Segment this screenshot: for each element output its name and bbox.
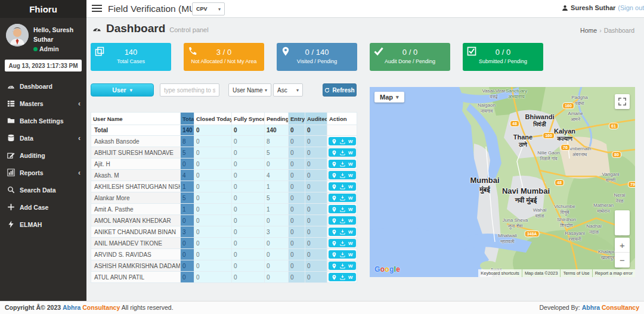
map-pin-button[interactable] <box>332 252 337 257</box>
map-control-placeholder[interactable] <box>615 210 630 235</box>
whatsapp-button[interactable]: W <box>348 263 353 269</box>
download-button[interactable] <box>340 263 345 269</box>
whatsapp-button[interactable]: W <box>348 161 353 167</box>
user-name-cell: ARVIND S. RAVIDAS <box>91 249 181 260</box>
module-select[interactable]: CPV ▾ <box>192 2 225 15</box>
map-pin-button[interactable] <box>332 184 337 189</box>
signout-link[interactable]: (Sign out) <box>618 4 644 11</box>
chevron-left-icon: ‹ <box>78 134 80 142</box>
whatsapp-button[interactable]: W <box>348 139 353 144</box>
download-button[interactable] <box>340 161 345 167</box>
row-action-buttons[interactable]: W <box>329 250 356 259</box>
map-pin-button[interactable] <box>332 139 337 144</box>
download-button[interactable] <box>340 218 345 223</box>
whatsapp-button[interactable]: W <box>348 275 353 280</box>
map-attribution-item[interactable]: Report a map error <box>593 269 635 277</box>
row-action-buttons[interactable]: W <box>329 148 356 157</box>
google-logo[interactable]: Google <box>374 265 400 273</box>
map-attribution-item[interactable]: Terms of Use <box>561 269 592 277</box>
sidebar-user-panel: Hello, Suresh Suthar Admin <box>0 18 86 56</box>
whatsapp-button[interactable]: W <box>348 173 353 178</box>
row-action-buttons[interactable]: W <box>329 137 356 145</box>
zoom-in-button[interactable]: + <box>615 238 630 253</box>
row-action-buttons[interactable]: W <box>329 216 356 225</box>
map-canvas[interactable] <box>370 87 635 277</box>
whatsapp-button[interactable]: W <box>348 252 353 257</box>
download-button[interactable] <box>340 241 345 246</box>
row-action-buttons[interactable]: W <box>329 239 356 247</box>
map-pin-button[interactable] <box>332 229 337 235</box>
download-button[interactable] <box>340 207 345 212</box>
search-input[interactable] <box>160 83 219 97</box>
sidebar-item-auditing[interactable]: Auditing <box>0 147 86 164</box>
download-button[interactable] <box>340 173 345 178</box>
map-pin-button[interactable] <box>332 173 337 178</box>
row-action-buttons[interactable]: W <box>329 205 356 213</box>
sidebar-item-elmah[interactable]: ELMAH <box>0 216 86 233</box>
sidebar-item-masters[interactable]: Masters ‹ <box>0 95 86 112</box>
map-pin-button[interactable] <box>332 218 337 223</box>
group-by-user-button[interactable]: User ▾ <box>91 83 154 97</box>
user-menu[interactable]: Suresh Suthar (Sign out) <box>562 4 644 11</box>
footer-brand-link[interactable]: Abhra <box>63 304 80 311</box>
whatsapp-button[interactable]: W <box>348 229 353 235</box>
user-name-cell: Ajit. H <box>91 158 181 170</box>
map-pin-button[interactable] <box>332 161 337 167</box>
map-pin-button[interactable] <box>332 207 337 212</box>
whatsapp-button[interactable]: W <box>348 207 353 212</box>
menu-toggle-icon[interactable] <box>92 5 102 14</box>
whatsapp-button[interactable]: W <box>348 195 353 201</box>
zoom-out-button[interactable]: − <box>615 253 630 268</box>
table-row: Aakash Bansode 8 0 0 8 0 0 W <box>91 136 357 147</box>
check-icon <box>374 46 383 56</box>
online-status-dot <box>33 47 38 51</box>
sort-direction-select[interactable]: Asc ▾ <box>273 83 303 97</box>
map-pin-button[interactable] <box>332 241 337 246</box>
row-action-buttons[interactable]: W <box>329 262 356 270</box>
download-button[interactable] <box>340 275 345 280</box>
breadcrumb-home[interactable]: Home <box>580 27 597 34</box>
sidebar-item-reports[interactable]: Reports ‹ <box>0 164 86 181</box>
download-button[interactable] <box>340 150 345 156</box>
refresh-button[interactable]: Refresh <box>323 83 357 97</box>
sidebar-item-dashboard[interactable]: Dashboard <box>0 77 86 95</box>
map-place-label: Mhatwali म्हातवली <box>498 233 517 244</box>
whatsapp-button[interactable]: W <box>348 150 353 156</box>
download-button[interactable] <box>340 139 345 144</box>
map-pin-button[interactable] <box>332 195 337 201</box>
row-action-buttons[interactable]: W <box>329 273 356 281</box>
download-button[interactable] <box>340 195 345 201</box>
download-button[interactable] <box>340 229 345 235</box>
whatsapp-button[interactable]: W <box>348 218 353 223</box>
footer-brand-link[interactable]: Consultancy <box>82 304 120 311</box>
row-action-buttons[interactable]: W <box>329 194 356 202</box>
map-type-button[interactable]: Map ▾ <box>374 92 404 102</box>
map-pin-button[interactable] <box>332 150 337 156</box>
road-badge: 76 <box>561 144 570 151</box>
map-pin-button[interactable] <box>332 263 337 269</box>
footer-brand-link[interactable]: Abhra <box>582 304 600 311</box>
sidebar-item-batch-settings[interactable]: Batch Settings <box>0 112 86 129</box>
row-action-buttons[interactable]: W <box>329 171 356 179</box>
footer-brand-link[interactable]: Consultancy <box>602 304 639 311</box>
map-attribution-item[interactable]: Map data ©2023 <box>522 269 561 277</box>
sidebar-item-search-data[interactable]: Search Data <box>0 181 86 198</box>
sidebar-item-add-case[interactable]: Add Case <box>0 198 86 216</box>
row-action-buttons[interactable]: W <box>329 182 356 191</box>
download-button[interactable] <box>340 184 345 189</box>
map-pin-button[interactable] <box>332 275 337 280</box>
map-place-label: Shirdhon शिरढोण <box>557 217 576 228</box>
table-total-row: Total 140 0 0 140 0 0 <box>91 125 357 136</box>
sidebar-menu: Dashboard Masters ‹ Batch Settings Data … <box>0 77 86 233</box>
download-button[interactable] <box>340 252 345 257</box>
sort-field-select[interactable]: User Name ▾ <box>228 83 271 97</box>
whatsapp-button[interactable]: W <box>348 184 353 189</box>
whatsapp-button[interactable]: W <box>348 241 353 246</box>
map-attribution-item[interactable]: Keyboard shortcuts <box>478 269 522 277</box>
sidebar-item-data[interactable]: Data ‹ <box>0 129 86 147</box>
col-total: Total <box>181 113 194 125</box>
row-action-buttons[interactable]: W <box>329 228 356 236</box>
map-place-label: Neral नेरळ <box>614 192 625 204</box>
row-action-buttons[interactable]: W <box>329 160 356 168</box>
fullscreen-button[interactable] <box>615 94 630 109</box>
